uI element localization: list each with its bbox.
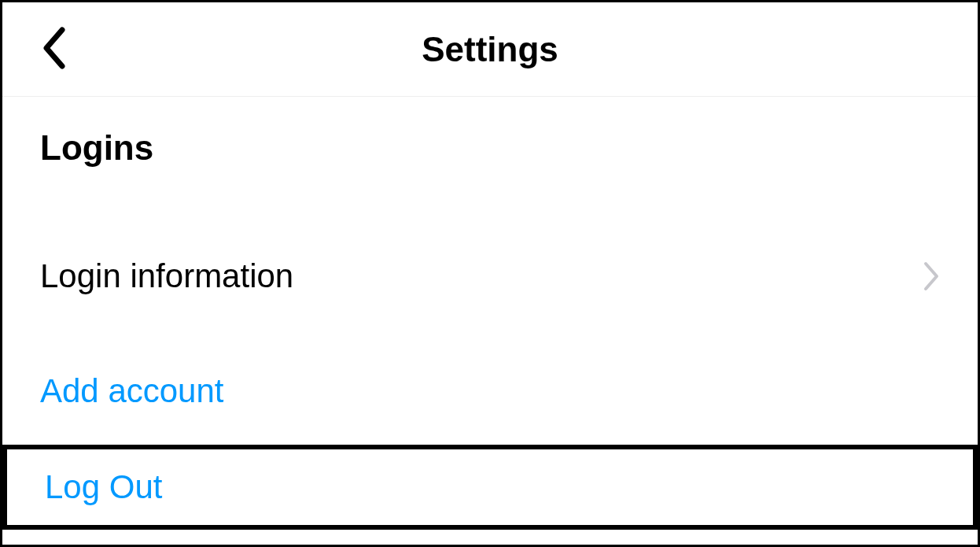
- page-title: Settings: [40, 30, 940, 69]
- back-button[interactable]: [40, 25, 68, 74]
- row-log-out[interactable]: Log Out: [45, 464, 935, 511]
- spacer: [40, 314, 940, 353]
- highlight-box: Log Out: [2, 445, 978, 530]
- content: Logins Login information Add account Log…: [2, 97, 978, 530]
- row-label-login-information: Login information: [40, 257, 293, 295]
- chevron-right-icon: [923, 261, 940, 292]
- row-label-add-account: Add account: [40, 372, 224, 410]
- row-login-information[interactable]: Login information: [40, 238, 940, 314]
- section-title-logins: Logins: [40, 128, 940, 168]
- row-add-account[interactable]: Add account: [40, 353, 940, 429]
- row-label-log-out: Log Out: [45, 468, 162, 506]
- header: Settings: [2, 2, 978, 97]
- chevron-left-icon: [40, 25, 68, 74]
